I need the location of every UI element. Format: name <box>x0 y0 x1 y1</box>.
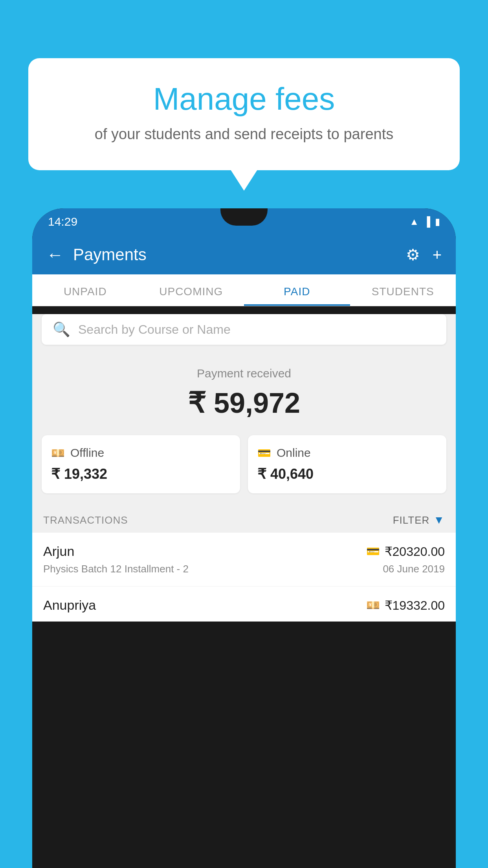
online-card-header: 💳 Online <box>257 446 437 460</box>
offline-amount: ₹ 19,332 <box>51 466 231 482</box>
transaction-amount: ₹19332.00 <box>385 598 445 613</box>
wifi-icon: ▲ <box>409 216 419 227</box>
back-button[interactable]: ← <box>46 245 64 265</box>
notch <box>220 208 268 226</box>
add-icon[interactable]: + <box>433 246 442 264</box>
transaction-date: 06 June 2019 <box>383 563 445 575</box>
payment-received-amount: ₹ 59,972 <box>32 386 456 419</box>
table-row[interactable]: Anupriya 💴 ₹19332.00 <box>32 587 456 622</box>
header-actions: ⚙ + <box>406 246 442 264</box>
offline-icon: 💴 <box>51 447 65 460</box>
settings-icon[interactable]: ⚙ <box>406 246 420 264</box>
status-time: 14:29 <box>48 215 77 228</box>
tab-paid[interactable]: PAID <box>244 274 350 306</box>
transaction-top: Anupriya 💴 ₹19332.00 <box>43 598 445 613</box>
phone-content: 🔍 Search by Course or Name Payment recei… <box>32 314 456 622</box>
search-input[interactable]: Search by Course or Name <box>78 322 231 337</box>
transaction-amount-wrap: 💳 ₹20320.00 <box>366 544 445 559</box>
signal-icon: ▐ <box>424 216 430 227</box>
tab-unpaid[interactable]: UNPAID <box>32 274 138 306</box>
header-title: Payments <box>73 245 406 264</box>
transaction-name: Arjun <box>43 544 74 559</box>
tab-students[interactable]: STUDENTS <box>350 274 456 306</box>
offline-card: 💴 Offline ₹ 19,332 <box>42 435 240 493</box>
filter-icon: ▼ <box>433 514 445 526</box>
transaction-amount-wrap: 💴 ₹19332.00 <box>366 598 445 613</box>
filter-label: FILTER <box>393 514 430 526</box>
online-card: 💳 Online ₹ 40,640 <box>248 435 446 493</box>
payment-section: Payment received ₹ 59,972 <box>32 353 456 427</box>
transaction-bottom: Physics Batch 12 Installment - 2 06 June… <box>43 563 445 575</box>
filter-button[interactable]: FILTER ▼ <box>393 514 445 526</box>
cash-payment-icon: 💴 <box>366 599 380 612</box>
offline-label: Offline <box>70 446 104 460</box>
speech-bubble-subtitle: of your students and send receipts to pa… <box>47 126 441 143</box>
phone-frame: 14:29 ▲ ▐ ▮ ← Payments ⚙ + UNPAID UPCOMI… <box>32 208 456 868</box>
tab-upcoming[interactable]: UPCOMING <box>138 274 244 306</box>
table-row[interactable]: Arjun 💳 ₹20320.00 Physics Batch 12 Insta… <box>32 533 456 587</box>
tabs-bar: UNPAID UPCOMING PAID STUDENTS <box>32 274 456 306</box>
transactions-label: TRANSACTIONS <box>43 514 393 526</box>
transaction-list: Arjun 💳 ₹20320.00 Physics Batch 12 Insta… <box>32 533 456 622</box>
payment-received-label: Payment received <box>32 367 456 380</box>
status-icons: ▲ ▐ ▮ <box>409 216 440 227</box>
search-icon: 🔍 <box>53 321 70 338</box>
offline-card-header: 💴 Offline <box>51 446 231 460</box>
transaction-name: Anupriya <box>43 598 96 613</box>
transaction-amount: ₹20320.00 <box>385 544 445 559</box>
online-label: Online <box>277 446 311 460</box>
speech-bubble-title: Manage fees <box>47 82 441 116</box>
transaction-top: Arjun 💳 ₹20320.00 <box>43 544 445 559</box>
payment-cards: 💴 Offline ₹ 19,332 💳 Online ₹ 40,640 <box>32 427 456 504</box>
status-bar: 14:29 ▲ ▐ ▮ <box>32 208 456 235</box>
app-header: ← Payments ⚙ + <box>32 235 456 274</box>
transactions-header: TRANSACTIONS FILTER ▼ <box>32 504 456 533</box>
search-bar[interactable]: 🔍 Search by Course or Name <box>42 314 446 345</box>
battery-icon: ▮ <box>435 216 440 227</box>
online-amount: ₹ 40,640 <box>257 466 437 482</box>
online-icon: 💳 <box>257 447 271 460</box>
transaction-desc: Physics Batch 12 Installment - 2 <box>43 563 189 575</box>
speech-bubble: Manage fees of your students and send re… <box>28 58 460 170</box>
card-payment-icon: 💳 <box>366 545 380 558</box>
